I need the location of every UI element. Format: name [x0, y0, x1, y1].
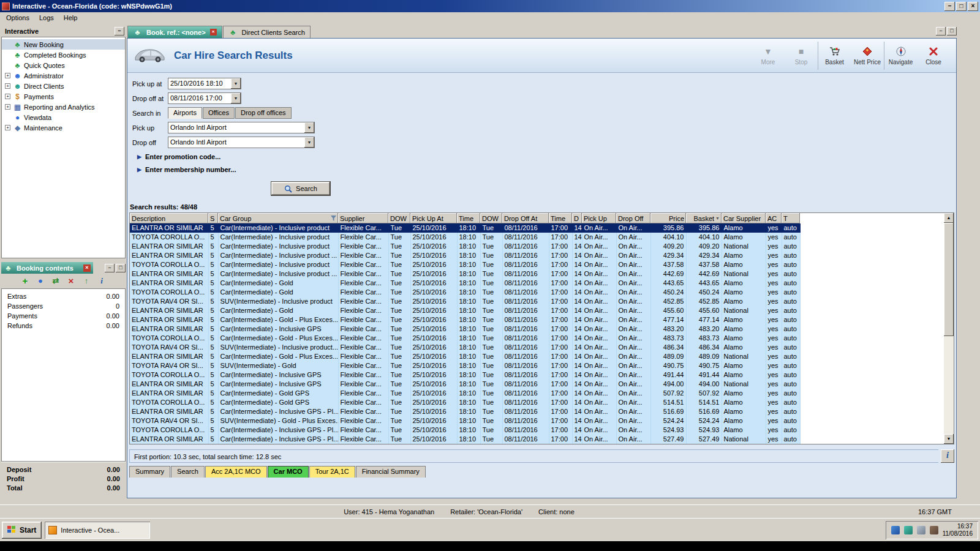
- dropoff-select[interactable]: Orlando Intl Airport ▼: [168, 137, 315, 148]
- transfer-icon[interactable]: [51, 276, 61, 286]
- messenger-icon[interactable]: [904, 526, 913, 534]
- basket-button[interactable]: Basket: [818, 42, 851, 70]
- export-icon[interactable]: [81, 276, 91, 286]
- column-header-d[interactable]: D: [572, 213, 582, 223]
- column-header-price[interactable]: Price: [650, 213, 686, 223]
- table-row[interactable]: ELANTRA OR SIMILAR5Car(Intermediate) - G…: [130, 389, 800, 398]
- pickup-select[interactable]: Orlando Intl Airport ▼: [168, 122, 315, 133]
- column-header-s[interactable]: S: [208, 213, 218, 223]
- table-row[interactable]: ELANTRA OR SIMILAR5Car(Intermediate) - G…: [130, 306, 800, 315]
- scroll-down-icon[interactable]: ▼: [944, 434, 954, 444]
- close-tab-icon[interactable]: ×: [210, 29, 217, 36]
- dropoff-at-dropdown-icon[interactable]: ▼: [231, 93, 241, 103]
- sidebar-item-completed-bookings[interactable]: Completed Bookings: [2, 50, 125, 60]
- table-row[interactable]: TOYOTA RAV4 OR SI...5SUV(Intermediate) -…: [130, 343, 800, 352]
- table-row[interactable]: TOYOTA COROLLA O...5Car(Intermediate) - …: [130, 334, 800, 343]
- stop-button[interactable]: ■ Stop: [785, 42, 818, 70]
- table-row[interactable]: ELANTRA OR SIMILAR5Car(Intermediate) - I…: [130, 251, 800, 260]
- display-icon[interactable]: [917, 526, 925, 534]
- collapse-panel-button[interactable]: −: [115, 27, 124, 36]
- navigate-button[interactable]: Navigate: [884, 42, 917, 70]
- expand-icon[interactable]: +: [5, 104, 10, 110]
- close-button[interactable]: ×: [968, 2, 978, 11]
- filter-icon[interactable]: [331, 216, 336, 221]
- restore-doc-button[interactable]: □: [947, 27, 957, 36]
- bottom-tab-summary[interactable]: Summary: [129, 466, 170, 478]
- table-row[interactable]: ELANTRA OR SIMILAR5Car(Intermediate) - I…: [130, 324, 800, 334]
- bottom-tab-tour-2a-1c[interactable]: Tour 2A,1C: [309, 466, 355, 478]
- column-header-drop-off[interactable]: Drop Off: [616, 213, 650, 223]
- dropoff-at-input[interactable]: 08/11/2016 17:00 ▼: [168, 92, 241, 104]
- search-button[interactable]: Search: [271, 181, 331, 196]
- bottom-tab-acc-2a-1c-mco[interactable]: Acc 2A,1C MCO: [205, 466, 267, 478]
- taskbar-task-button[interactable]: Interactive - Ocea...: [45, 522, 150, 539]
- tab-direct-clients-search[interactable]: Direct Clients Search: [223, 26, 311, 38]
- sidebar-item-administrator[interactable]: +Administrator: [2, 70, 125, 81]
- maximize-button[interactable]: □: [956, 2, 967, 11]
- expand-icon[interactable]: +: [5, 94, 10, 99]
- menu-item-logs[interactable]: Logs: [34, 13, 59, 23]
- column-header-drop-off-at[interactable]: Drop Off At: [502, 213, 549, 223]
- world-icon[interactable]: [36, 276, 45, 286]
- column-header-pick-up-at[interactable]: Pick Up At: [410, 213, 457, 223]
- table-row[interactable]: TOYOTA COROLLA O...5Car(Intermediate) - …: [130, 260, 800, 269]
- table-row[interactable]: ELANTRA OR SIMILAR5Car(Intermediate) - I…: [130, 242, 800, 251]
- column-header-time[interactable]: Time: [457, 213, 480, 223]
- menu-item-options[interactable]: Options: [1, 13, 34, 23]
- minimize-button[interactable]: –: [944, 2, 955, 11]
- sidebar-item-payments[interactable]: +Payments: [2, 91, 125, 102]
- table-row[interactable]: ELANTRA OR SIMILAR5Car(Intermediate) - G…: [130, 279, 800, 288]
- minimize-doc-button[interactable]: −: [936, 27, 946, 36]
- close-results-button[interactable]: Close: [917, 42, 950, 70]
- table-row[interactable]: TOYOTA RAV4 OR SI...5SUV(Intermediate) -…: [130, 361, 800, 370]
- add-icon[interactable]: [20, 276, 30, 286]
- menu-item-help[interactable]: Help: [59, 13, 83, 23]
- column-header-dow[interactable]: DOW: [480, 213, 502, 223]
- pickup-at-input[interactable]: 25/10/2016 18:10 ▼: [168, 78, 241, 89]
- search-in-tab-airports[interactable]: Airports: [168, 107, 202, 119]
- more-button[interactable]: ▼ More: [752, 42, 785, 70]
- column-header-pick-up[interactable]: Pick Up: [582, 213, 616, 223]
- column-header-supplier[interactable]: Supplier: [338, 213, 388, 223]
- restore-panel-button[interactable]: □: [116, 264, 126, 272]
- volume-icon[interactable]: [930, 526, 938, 534]
- column-header-car-group[interactable]: Car Group: [218, 213, 338, 223]
- bottom-tab-car-mco[interactable]: Car MCO: [268, 466, 309, 478]
- column-header-dow[interactable]: DOW: [388, 213, 410, 223]
- table-row[interactable]: TOYOTA COROLLA O...5Car(Intermediate) - …: [130, 398, 800, 407]
- close-booking-panel-icon[interactable]: ×: [83, 264, 91, 272]
- table-row[interactable]: TOYOTA COROLLA O...5Car(Intermediate) - …: [130, 233, 800, 242]
- search-in-tab-offices[interactable]: Offices: [203, 107, 235, 119]
- scroll-thumb[interactable]: [944, 223, 954, 336]
- sidebar-item-maintenance[interactable]: +Maintenance: [2, 122, 125, 133]
- delete-icon[interactable]: [66, 276, 76, 286]
- table-row[interactable]: ELANTRA OR SIMILAR5Car(Intermediate) - G…: [130, 315, 800, 324]
- minimize-panel-button[interactable]: −: [105, 264, 115, 272]
- table-row[interactable]: ELANTRA OR SIMILAR5Car(Intermediate) - I…: [130, 380, 800, 389]
- info-icon[interactable]: [97, 276, 107, 286]
- vertical-scrollbar[interactable]: ▲ ▼: [944, 213, 954, 444]
- sidebar-item-quick-quotes[interactable]: Quick Quotes: [2, 60, 125, 70]
- membership-number-expander[interactable]: ▶ Enter membership number...: [137, 164, 956, 175]
- bottom-tab-financial-summary[interactable]: Financial Summary: [356, 466, 426, 478]
- table-row[interactable]: ELANTRA OR SIMILAR5Car(Intermediate) - I…: [130, 407, 800, 416]
- column-header-car-supplier[interactable]: Car Supplier: [722, 213, 766, 223]
- table-row[interactable]: TOYOTA RAV4 OR SI...5SUV(Intermediate) -…: [130, 297, 800, 306]
- bottom-tab-search[interactable]: Search: [171, 466, 205, 478]
- column-header-ac[interactable]: AC: [766, 213, 782, 223]
- column-header-t[interactable]: T: [782, 213, 800, 223]
- sidebar-item-new-booking[interactable]: New Booking: [2, 39, 125, 50]
- table-row[interactable]: ELANTRA OR SIMILAR5Car(Intermediate) - I…: [130, 435, 800, 444]
- dropoff-dropdown-icon[interactable]: ▼: [304, 137, 314, 148]
- table-row[interactable]: ELANTRA OR SIMILAR5Car(Intermediate) - I…: [130, 223, 800, 233]
- scroll-track[interactable]: [944, 223, 954, 434]
- table-row[interactable]: TOYOTA RAV4 OR SI...5SUV(Intermediate) -…: [130, 416, 800, 425]
- nett-price-button[interactable]: Nett Price: [851, 42, 884, 70]
- table-row[interactable]: ELANTRA OR SIMILAR5Car(Intermediate) - G…: [130, 352, 800, 361]
- column-header-description[interactable]: Description: [130, 213, 208, 223]
- start-button[interactable]: Start: [2, 522, 42, 539]
- pickup-dropdown-icon[interactable]: ▼: [304, 122, 314, 133]
- table-row[interactable]: TOYOTA COROLLA O...5Car(Intermediate) - …: [130, 288, 800, 297]
- scroll-up-icon[interactable]: ▲: [944, 213, 954, 223]
- table-row[interactable]: ELANTRA OR SIMILAR5Car(Intermediate) - I…: [130, 269, 800, 279]
